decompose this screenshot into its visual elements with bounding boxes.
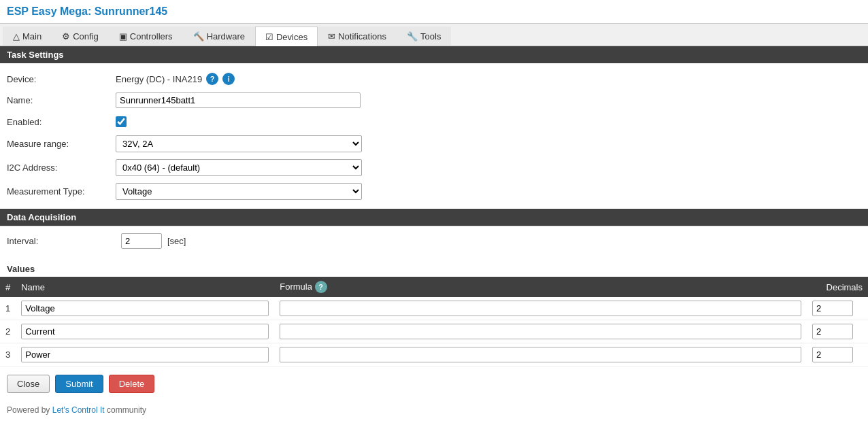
tab-hardware[interactable]: 🔨 Hardware bbox=[183, 27, 255, 46]
measure-range-label: Measure range: bbox=[7, 139, 116, 149]
i2c-address-row: I2C Address: 0x40 (64) - (default) 0x41 … bbox=[7, 156, 861, 180]
tools-icon: 🔧 bbox=[407, 31, 418, 41]
col-num: # bbox=[0, 277, 16, 297]
interval-row: Interval: [sec] bbox=[0, 226, 868, 256]
interval-unit: [sec] bbox=[167, 236, 186, 246]
task-settings-header: Task Settings bbox=[0, 46, 868, 63]
row1-decimals-cell bbox=[807, 297, 868, 320]
devices-icon: ☑ bbox=[265, 32, 273, 42]
enabled-checkbox[interactable] bbox=[116, 116, 127, 127]
row1-name-input[interactable] bbox=[21, 301, 269, 316]
name-control bbox=[116, 92, 361, 108]
row3-num: 3 bbox=[0, 343, 16, 367]
formula-help-icon[interactable]: ? bbox=[315, 281, 327, 293]
measure-range-control: 32V, 2A 32V, 1A 16V, 400mA bbox=[116, 135, 362, 152]
name-row: Name: bbox=[7, 89, 861, 112]
measurement-type-row: Measurement Type: Voltage Current Power bbox=[7, 180, 861, 203]
tab-devices[interactable]: ☑ Devices bbox=[255, 27, 318, 46]
measurement-type-control: Voltage Current Power bbox=[116, 183, 362, 200]
table-row: 1 bbox=[0, 297, 868, 320]
row1-decimals-input[interactable] bbox=[812, 301, 853, 316]
tab-notifications[interactable]: ✉ Notifications bbox=[318, 27, 397, 46]
col-formula: Formula ? bbox=[274, 277, 807, 297]
hardware-icon: 🔨 bbox=[193, 31, 204, 41]
name-input[interactable] bbox=[116, 92, 361, 108]
device-help-icon[interactable]: ? bbox=[206, 73, 218, 85]
tab-tools[interactable]: 🔧 Tools bbox=[397, 27, 451, 46]
interval-label: Interval: bbox=[7, 236, 116, 246]
footer: Powered by Let's Control It community bbox=[0, 401, 868, 419]
task-settings-form: Device: Energy (DC) - INA219 ? i Name: E… bbox=[0, 63, 868, 209]
col-decimals: Decimals bbox=[807, 277, 868, 297]
values-table: # Name Formula ? Decimals 1 bbox=[0, 277, 868, 367]
notifications-icon: ✉ bbox=[328, 31, 335, 41]
controllers-icon: ▣ bbox=[119, 31, 127, 41]
i2c-address-control: 0x40 (64) - (default) 0x41 (65) 0x44 (68… bbox=[116, 159, 362, 176]
close-button[interactable]: Close bbox=[7, 375, 50, 393]
tab-main[interactable]: △ Main bbox=[3, 27, 52, 46]
row2-decimals-input[interactable] bbox=[812, 324, 853, 339]
device-info-icon[interactable]: i bbox=[222, 73, 235, 85]
row3-decimals-cell bbox=[807, 343, 868, 367]
row2-formula-input[interactable] bbox=[280, 324, 801, 339]
tab-config[interactable]: ⚙ Config bbox=[52, 27, 109, 46]
table-row: 3 bbox=[0, 343, 868, 367]
page-title: ESP Easy Mega: Sunrunner145 bbox=[0, 0, 868, 24]
i2c-address-select[interactable]: 0x40 (64) - (default) 0x41 (65) 0x44 (68… bbox=[116, 159, 362, 176]
row1-formula-cell bbox=[274, 297, 807, 320]
row2-formula-cell bbox=[274, 320, 807, 343]
data-acquisition-header: Data Acquisition bbox=[0, 209, 868, 226]
row2-decimals-cell bbox=[807, 320, 868, 343]
measurement-type-select[interactable]: Voltage Current Power bbox=[116, 183, 362, 200]
i2c-address-label: I2C Address: bbox=[7, 163, 116, 173]
measure-range-select[interactable]: 32V, 2A 32V, 1A 16V, 400mA bbox=[116, 135, 362, 152]
measurement-type-label: Measurement Type: bbox=[7, 186, 116, 197]
device-label: Device: bbox=[7, 74, 116, 84]
enabled-label: Enabled: bbox=[7, 117, 116, 127]
row3-name-cell bbox=[16, 343, 274, 367]
enabled-control bbox=[116, 116, 127, 127]
measure-range-row: Measure range: 32V, 2A 32V, 1A 16V, 400m… bbox=[7, 132, 861, 156]
values-section: Values # Name Formula ? Decimals 1 bbox=[0, 261, 868, 367]
buttons-row: Close Submit Delete bbox=[0, 367, 868, 401]
footer-text: Powered by bbox=[7, 405, 52, 415]
row1-formula-input[interactable] bbox=[280, 301, 801, 316]
row3-decimals-input[interactable] bbox=[812, 347, 853, 362]
row3-formula-cell bbox=[274, 343, 807, 367]
footer-suffix: community bbox=[105, 405, 146, 415]
device-value: Energy (DC) - INA219 bbox=[116, 74, 202, 84]
interval-input[interactable] bbox=[121, 233, 162, 249]
config-icon: ⚙ bbox=[62, 31, 70, 41]
device-row: Device: Energy (DC) - INA219 ? i bbox=[7, 69, 861, 89]
row2-name-cell bbox=[16, 320, 274, 343]
table-row: 2 bbox=[0, 320, 868, 343]
values-table-header-row: # Name Formula ? Decimals bbox=[0, 277, 868, 297]
row3-formula-input[interactable] bbox=[280, 347, 801, 362]
values-header: Values bbox=[0, 261, 868, 277]
row2-name-input[interactable] bbox=[21, 324, 269, 339]
name-label: Name: bbox=[7, 95, 116, 105]
col-name: Name bbox=[16, 277, 274, 297]
nav-tabs: △ Main ⚙ Config ▣ Controllers 🔨 Hardware… bbox=[0, 24, 868, 46]
footer-link[interactable]: Let's Control It bbox=[52, 405, 105, 415]
main-icon: △ bbox=[13, 31, 20, 41]
row1-num: 1 bbox=[0, 297, 16, 320]
device-control: Energy (DC) - INA219 ? i bbox=[116, 73, 235, 85]
row2-num: 2 bbox=[0, 320, 16, 343]
enabled-row: Enabled: bbox=[7, 112, 861, 132]
submit-button[interactable]: Submit bbox=[55, 375, 103, 393]
tab-controllers[interactable]: ▣ Controllers bbox=[109, 27, 183, 46]
row1-name-cell bbox=[16, 297, 274, 320]
row3-name-input[interactable] bbox=[21, 347, 269, 362]
delete-button[interactable]: Delete bbox=[109, 375, 155, 393]
